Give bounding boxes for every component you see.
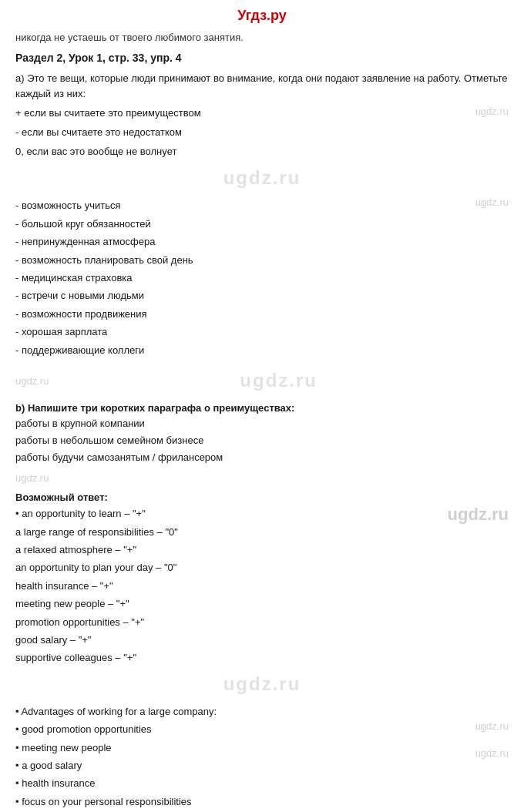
part-b-item-1: работы в крупной компании (15, 415, 509, 432)
advantage-item-2: • meeting new people (15, 739, 460, 757)
answer-item-6: meeting new people – "+" (15, 595, 440, 612)
watermark-right-4: ugdz.ru (468, 720, 509, 732)
page-container: Угдз.ру никогда не устаешь от твоего люб… (0, 0, 524, 812)
list-item-4: - возможность планировать свой день (15, 251, 468, 269)
part-b-item-3: работы будучи самозанятым / фрилансером (15, 449, 509, 466)
list-item-2: - большой круг обязанностей (15, 215, 468, 233)
watermark-small-left-3: ugdz.ru (15, 472, 49, 484)
answer-header: Возможный ответ: (15, 492, 509, 503)
list-item-1: - возможность учиться (15, 196, 468, 214)
instructions-left: + если вы считаете это преимуществом - е… (15, 106, 468, 144)
answer-item-2: a large range of responsibilities – "0" (15, 523, 440, 541)
answer-item-4: an opportunity to plan your day – "0" (15, 559, 440, 576)
list-item-5: - медицинская страховка (15, 269, 468, 287)
list-and-watermark: - возможность учиться - большой круг обя… (15, 196, 509, 359)
advantages-col: • good promotion opportunities • meeting… (15, 720, 460, 810)
list-item-3: - непринужденная атмосфера (15, 233, 468, 250)
watermark-big-bottom: ugdz.ru (15, 673, 509, 695)
instruction-1: + если вы считаете это преимуществом (15, 106, 468, 122)
answer-item-3: a relaxed atmosphere – "+" (15, 541, 440, 559)
list-item-6: - встречи с новыми людьми (15, 287, 468, 304)
answer-items-block: • an opportunity to learn – "+" a large … (15, 505, 509, 667)
big-watermark-row-4: ugdz.ru (15, 673, 509, 695)
answer-item-8: good salary – "+" (15, 631, 440, 649)
advantage-item-4: • health insurance (15, 774, 460, 792)
watermark-right-3: ugdz.ru (440, 505, 509, 525)
instructions-block: + если вы считаете это преимуществом - е… (15, 106, 509, 144)
advantages-header: • Advantages of working for a large comp… (15, 703, 509, 720)
advantage-item-1: • good promotion opportunities (15, 720, 460, 738)
watermark-big-center: ugdz.ru (15, 167, 509, 189)
part-b-title: b) Напишите три коротких параграфа о пре… (15, 402, 509, 414)
part-a-intro: а) Это те вещи, которые люди принимают в… (15, 71, 509, 103)
answer-item-1: • an opportunity to learn – "+" (15, 505, 440, 522)
answer-items-col: • an opportunity to learn – "+" a large … (15, 505, 440, 667)
site-title: Угдз.ру (237, 8, 287, 23)
top-text: никогда не устаешь от твоего любимого за… (15, 30, 509, 45)
advantage-item-5: • focus on your personal responsibilitie… (15, 793, 460, 810)
section-label: Раздел 2, Урок 1, стр. 33, упр. 4 (15, 50, 509, 66)
answer-item-7: promotion opportunities – "+" (15, 613, 440, 631)
answer-item-9: supportive colleagues – "+" (15, 649, 440, 666)
list-item-9: - поддерживающие коллеги (15, 341, 468, 359)
big-watermark-row-1: ugdz.ru (15, 167, 509, 189)
list-item-8: - хорошая зарплата (15, 323, 468, 341)
site-header: Угдз.ру (15, 8, 509, 24)
advantages-block: • good promotion opportunities • meeting… (15, 720, 509, 810)
advantage-item-3: • a good salary (15, 757, 460, 774)
watermark-right-2: ugdz.ru (468, 196, 509, 208)
list-items-col: - возможность учиться - большой круг обя… (15, 196, 468, 359)
instruction-2: - если вы считаете это недостатком (15, 125, 468, 141)
list-item-7: - возможности продвижения (15, 305, 468, 323)
part-b-item-2: работы в небольшом семейном бизнесе (15, 432, 509, 449)
instruction-3: 0, если вас это вообще не волнует (15, 144, 509, 160)
big-watermark-row-2: ugdz.ru ugdz.ru (15, 370, 509, 391)
watermark-right-5: ugdz.ru (468, 747, 509, 759)
big-watermark-row-3: ugdz.ru (15, 472, 509, 484)
answer-item-5: health insurance – "+" (15, 577, 440, 595)
watermark-big-center-2: ugdz.ru (49, 370, 509, 391)
watermark-small-left-2: ugdz.ru (15, 375, 49, 387)
watermark-right-1: ugdz.ru (468, 106, 509, 117)
